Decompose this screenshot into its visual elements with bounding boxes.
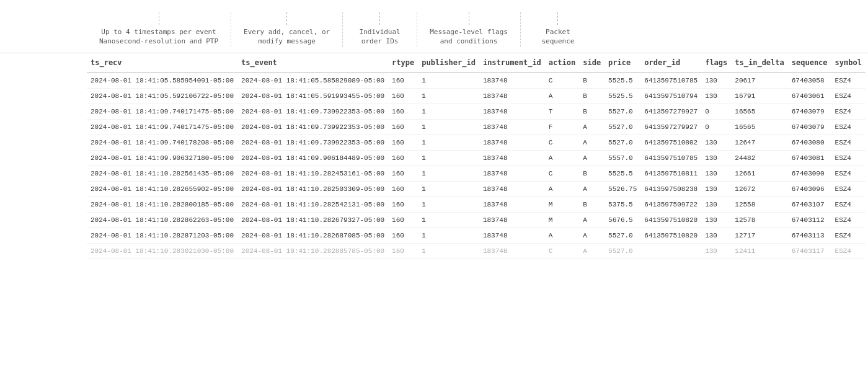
cell-flags: 130 xyxy=(701,212,731,228)
cell-order-id: 6413597510820 xyxy=(640,212,701,228)
cell-ts-event: 2024-08-01 18:41:09.739922353-05:00 xyxy=(237,104,388,119)
cell-publisher-id: 1 xyxy=(418,212,479,228)
cell-publisher-id: 1 xyxy=(418,181,479,197)
dot-line-2 xyxy=(286,12,287,25)
col-header-ts-event: ts_event xyxy=(237,53,388,73)
cell-price: 5525.5 xyxy=(604,166,640,181)
cell-symbol: ESZ4 xyxy=(831,212,866,228)
cell-side: A xyxy=(579,243,604,259)
table-row: 2024-08-01 18:41:10.282862263-05:002024-… xyxy=(87,212,866,228)
feature-flags: Message-level flags and conditions xyxy=(417,12,521,46)
cell-price: 5527.0 xyxy=(604,119,640,135)
cell-symbol: ESZ4 xyxy=(831,228,866,243)
cell-action: A xyxy=(545,181,579,197)
table-row: 2024-08-01 18:41:09.740171475-05:002024-… xyxy=(87,104,866,119)
cell-symbol: ESZ4 xyxy=(831,135,866,150)
cell-rtype: 160 xyxy=(388,166,418,181)
cell-action: M xyxy=(545,212,579,228)
cell-symbol: ESZ4 xyxy=(831,243,866,259)
cell-price: 5676.5 xyxy=(604,212,640,228)
cell-action: C xyxy=(545,73,579,89)
cell-side: B xyxy=(579,88,604,104)
cell-ts-recv: 2024-08-01 18:41:09.906327180-05:00 xyxy=(87,150,237,166)
dot-line-1 xyxy=(159,12,159,25)
table-row: 2024-08-01 18:41:05.592106722-05:002024-… xyxy=(87,88,866,104)
col-header-action: action xyxy=(545,53,579,73)
cell-flags: 130 xyxy=(701,150,731,166)
cell-order-id: 6413597510811 xyxy=(640,166,701,181)
cell-flags: 130 xyxy=(701,243,731,259)
cell-sequence: 67403107 xyxy=(788,197,831,212)
cell-side: A xyxy=(579,119,604,135)
cell-sequence: 67403080 xyxy=(788,135,831,150)
table-row: 2024-08-01 18:41:10.282655902-05:002024-… xyxy=(87,181,866,197)
cell-price: 5527.0 xyxy=(604,228,640,243)
cell-symbol: ESZ4 xyxy=(831,73,866,89)
table-row: 2024-08-01 18:41:05.585954091-05:002024-… xyxy=(87,73,866,89)
feature-label-timestamps: Up to 4 timestamps per event Nanosecond-… xyxy=(99,27,218,46)
cell-sequence: 67403096 xyxy=(788,181,831,197)
dot-line-3 xyxy=(379,12,380,25)
cell-instrument-id: 183748 xyxy=(479,150,545,166)
cell-order-id: 6413597510794 xyxy=(640,88,701,104)
cell-instrument-id: 183748 xyxy=(479,197,545,212)
col-header-publisher-id: publisher_id xyxy=(418,53,479,73)
data-table: ts_recv ts_event rtype publisher_id inst… xyxy=(87,53,866,259)
cell-ts-recv: 2024-08-01 18:41:10.282561435-05:00 xyxy=(87,166,237,181)
cell-order-id xyxy=(640,243,701,259)
cell-ts-event: 2024-08-01 18:41:09.739922353-05:00 xyxy=(237,135,388,150)
col-header-ts-recv: ts_recv xyxy=(87,53,237,73)
cell-instrument-id: 183748 xyxy=(479,212,545,228)
cell-order-id: 6413597510802 xyxy=(640,135,701,150)
cell-instrument-id: 183748 xyxy=(479,181,545,197)
cell-price: 5525.5 xyxy=(604,88,640,104)
cell-ts-event: 2024-08-01 18:41:10.282687085-05:00 xyxy=(237,228,388,243)
col-header-sequence: sequence xyxy=(788,53,831,73)
table-body: 2024-08-01 18:41:05.585954091-05:002024-… xyxy=(87,73,866,259)
cell-ts-recv: 2024-08-01 18:41:10.283021030-05:00 xyxy=(87,243,237,259)
cell-price: 5557.0 xyxy=(604,150,640,166)
cell-ts-in-delta: 24482 xyxy=(731,150,787,166)
cell-ts-recv: 2024-08-01 18:41:10.282800185-05:00 xyxy=(87,197,237,212)
cell-sequence: 67403117 xyxy=(788,243,831,259)
cell-rtype: 160 xyxy=(388,119,418,135)
cell-rtype: 160 xyxy=(388,181,418,197)
cell-ts-event: 2024-08-01 18:41:10.282542131-05:00 xyxy=(237,197,388,212)
cell-publisher-id: 1 xyxy=(418,88,479,104)
cell-instrument-id: 183748 xyxy=(479,73,545,89)
cell-ts-in-delta: 12647 xyxy=(731,135,787,150)
cell-ts-recv: 2024-08-01 18:41:05.585954091-05:00 xyxy=(87,73,237,89)
cell-ts-recv: 2024-08-01 18:41:05.592106722-05:00 xyxy=(87,88,237,104)
cell-flags: 130 xyxy=(701,228,731,243)
table-row: 2024-08-01 18:41:09.740171475-05:002024-… xyxy=(87,119,866,135)
dot-line-4 xyxy=(469,12,469,25)
cell-rtype: 160 xyxy=(388,135,418,150)
cell-ts-event: 2024-08-01 18:41:10.282503309-05:00 xyxy=(237,181,388,197)
cell-publisher-id: 1 xyxy=(418,135,479,150)
col-header-side: side xyxy=(579,53,604,73)
cell-side: B xyxy=(579,197,604,212)
feature-label-sequence: Packet sequence xyxy=(541,27,574,46)
cell-sequence: 67403113 xyxy=(788,228,831,243)
cell-action: A xyxy=(545,150,579,166)
feature-orderids: Individual order IDs xyxy=(343,12,417,46)
cell-rtype: 160 xyxy=(388,150,418,166)
cell-ts-event: 2024-08-01 18:41:09.739922353-05:00 xyxy=(237,119,388,135)
cell-symbol: ESZ4 xyxy=(831,181,866,197)
col-header-instrument-id: instrument_id xyxy=(479,53,545,73)
cell-ts-event: 2024-08-01 18:41:10.282679327-05:00 xyxy=(237,212,388,228)
cell-ts-recv: 2024-08-01 18:41:09.740171475-05:00 xyxy=(87,104,237,119)
cell-publisher-id: 1 xyxy=(418,166,479,181)
cell-action: C xyxy=(545,243,579,259)
cell-order-id: 6413597510820 xyxy=(640,228,701,243)
cell-ts-in-delta: 16565 xyxy=(731,104,787,119)
cell-publisher-id: 1 xyxy=(418,243,479,259)
cell-ts-in-delta: 20617 xyxy=(731,73,787,89)
table-row: 2024-08-01 18:41:10.283021030-05:002024-… xyxy=(87,243,866,259)
cell-sequence: 67403090 xyxy=(788,166,831,181)
cell-ts-in-delta: 12558 xyxy=(731,197,787,212)
cell-rtype: 160 xyxy=(388,212,418,228)
cell-action: A xyxy=(545,88,579,104)
cell-instrument-id: 183748 xyxy=(479,88,545,104)
cell-order-id: 6413597508238 xyxy=(640,181,701,197)
